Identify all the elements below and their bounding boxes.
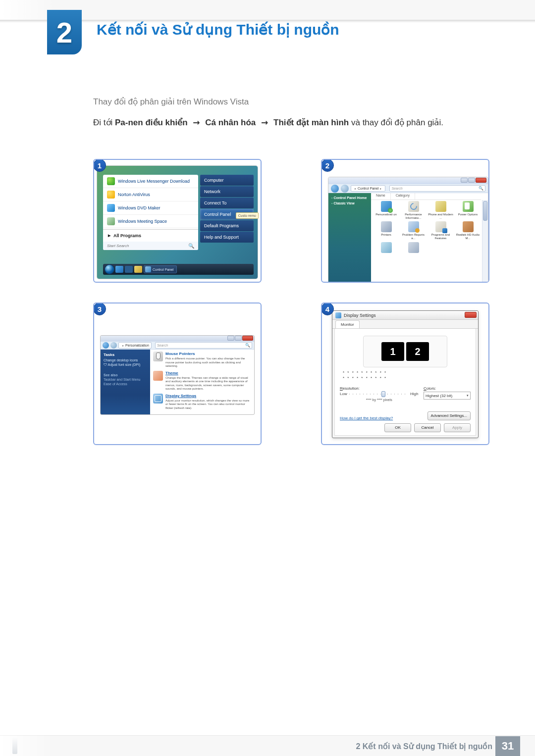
section-subheading: Thay đổi độ phân giải trên Windows Vista: [93, 97, 489, 107]
sidebar-link[interactable]: 🛡 Adjust font size (DPI): [104, 363, 147, 366]
icon-list: NameCategory Personalizati on Performanc…: [371, 193, 488, 283]
tab-bar: Monitor: [332, 320, 478, 329]
advanced-settings-button[interactable]: Advanced Settings...: [428, 411, 471, 420]
mouse-icon: [153, 352, 163, 361]
minimize-icon[interactable]: [227, 336, 234, 341]
taskbar-ie-icon[interactable]: [115, 266, 123, 273]
start-orb-icon[interactable]: [105, 265, 114, 274]
scrollbar[interactable]: [482, 200, 488, 283]
printer-icon: [381, 221, 392, 232]
screenshot-2-control-panel: 2: [321, 159, 489, 283]
sidebar-link[interactable]: Classic View: [331, 202, 368, 205]
cp-item-printers[interactable]: Printers: [373, 221, 399, 240]
step-badge-3: 3: [93, 302, 106, 315]
nav-back-icon[interactable]: [103, 342, 109, 349]
sidebar-link[interactable]: Taskbar and Start Menu: [104, 378, 147, 381]
step-badge-1: 1: [93, 159, 106, 172]
cp-item-partial[interactable]: [373, 242, 399, 254]
apply-button[interactable]: Apply: [444, 423, 471, 432]
cp-item-partial[interactable]: [400, 242, 427, 254]
cp-item-problem-reports[interactable]: Problem Reports a...: [400, 221, 427, 240]
sidebar-link[interactable]: Ease of Access: [104, 382, 147, 386]
resolution-slider[interactable]: Low High: [340, 392, 418, 396]
best-display-link[interactable]: How do I get the best display?: [340, 416, 393, 420]
programs-icon: [435, 221, 446, 232]
cancel-button[interactable]: Cancel: [414, 423, 441, 432]
nav-back-icon[interactable]: [331, 185, 339, 193]
norton-icon: [107, 191, 115, 199]
start-right-item[interactable]: Connect To: [200, 198, 254, 208]
taskbar-control-panel[interactable]: Control Panel: [144, 265, 177, 273]
step-badge-2: 2: [321, 159, 334, 172]
screenshot-1-start-menu: 1 Windows Live Messenger Download Norton…: [93, 159, 262, 283]
monitor-preview: 1 2: [363, 336, 447, 367]
minimize-icon[interactable]: [461, 178, 468, 183]
generic-icon: [408, 242, 419, 253]
theme-icon: [153, 371, 163, 381]
start-right-item[interactable]: Computer: [200, 175, 254, 186]
cp-item-realtek[interactable]: Realtek HD Audio M...: [455, 221, 481, 240]
start-right-item[interactable]: Network: [200, 186, 254, 197]
taskbar: Control Panel: [103, 264, 254, 275]
personalization-main: Mouse PointersPick a different mouse poi…: [150, 350, 254, 414]
monitor-2[interactable]: 2: [406, 342, 429, 361]
msn-icon: [107, 177, 115, 185]
nav-forward-icon[interactable]: [341, 185, 349, 193]
cp-item-personalization[interactable]: Personalizati on: [373, 201, 399, 219]
close-icon[interactable]: [465, 312, 477, 318]
start-item[interactable]: Norton AntiVirus: [103, 188, 198, 202]
ok-button[interactable]: OK: [384, 423, 411, 432]
search-input[interactable]: Search🔍: [389, 185, 485, 192]
slider-thumb[interactable]: [381, 391, 385, 397]
window-titlebar: [101, 336, 254, 342]
start-right-item[interactable]: Help and Support: [200, 232, 254, 243]
section-theme[interactable]: ThemeChange the theme. Themes can change…: [153, 371, 251, 391]
search-icon: 🔍: [479, 186, 483, 191]
tooltip: Custo remo: [236, 212, 259, 219]
cp-item-programs[interactable]: Programs and Features: [428, 221, 454, 240]
cp-item-performance[interactable]: Performance Informatio...: [400, 201, 427, 219]
meeting-icon: [107, 217, 115, 225]
chapter-number-badge: 2: [47, 10, 82, 54]
screenshot-3-personalization: 3 ▸Personalization Search🔍: [93, 302, 262, 445]
start-right-item[interactable]: Default Programs: [200, 220, 254, 231]
taskbar-item-icon[interactable]: [125, 266, 133, 273]
start-item[interactable]: Windows DVD Maker: [103, 202, 198, 215]
sidebar-heading: Tasks: [104, 353, 147, 357]
sidebar-link[interactable]: Change desktop icons: [104, 358, 147, 362]
cp-item-phone[interactable]: Phone and Modem ...: [428, 201, 454, 219]
close-icon[interactable]: [476, 178, 486, 183]
display-icon: [335, 312, 341, 318]
maximize-icon[interactable]: [235, 336, 242, 341]
search-icon: 🔍: [188, 243, 194, 249]
start-item[interactable]: Windows Live Messenger Download: [103, 175, 198, 188]
colors-dropdown[interactable]: Highest (32 bit)▾: [424, 392, 471, 400]
all-programs[interactable]: All Programs: [103, 231, 198, 241]
footer-chapter-title: 2 Kết nối và Sử dụng Thiết bị nguồn: [356, 742, 492, 751]
breadcrumb[interactable]: ▸Personalization: [118, 342, 152, 349]
maximize-icon[interactable]: [468, 178, 475, 183]
page-number: 31: [495, 736, 520, 756]
breadcrumb[interactable]: ▸Control Panel▸: [351, 185, 385, 192]
display-icon: [153, 394, 163, 403]
nav-forward-icon[interactable]: [110, 342, 117, 349]
search-icon: 🔍: [245, 343, 250, 348]
start-item[interactable]: Windows Meeting Space: [103, 215, 198, 228]
taskbar-item-icon[interactable]: [134, 266, 142, 273]
cp-item-power[interactable]: Power Options: [455, 201, 481, 219]
start-search-box[interactable]: 🔍: [103, 242, 198, 250]
colors-label: Colors:: [424, 386, 436, 391]
control-panel-icon: [145, 266, 151, 272]
close-icon[interactable]: [242, 336, 253, 341]
start-menu-right-pane: Computer Network Connect To Control Pane…: [200, 175, 254, 243]
search-input[interactable]: Search🔍: [155, 342, 252, 349]
sidebar-heading: See also: [104, 373, 147, 377]
sidebar-link[interactable]: Control Panel Home: [331, 196, 368, 200]
section-display-settings[interactable]: Display SettingsAdjust your monitor reso…: [153, 394, 251, 410]
tab-monitor[interactable]: Monitor: [335, 320, 360, 328]
realtek-icon: [463, 221, 474, 232]
start-menu-left-pane: Windows Live Messenger Download Norton A…: [103, 175, 198, 250]
monitor-1[interactable]: 1: [381, 342, 404, 361]
section-mouse-pointers[interactable]: Mouse PointersPick a different mouse poi…: [153, 352, 251, 368]
start-search-input[interactable]: [107, 244, 188, 248]
